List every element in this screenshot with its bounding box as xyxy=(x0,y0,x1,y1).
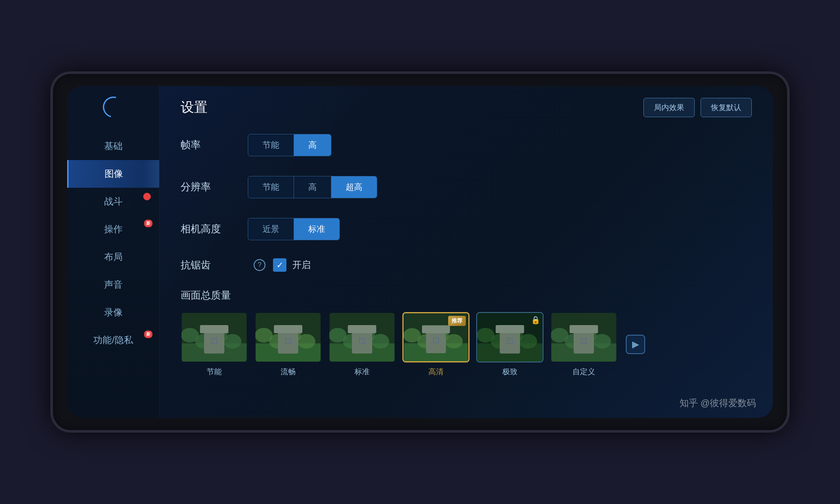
quality-grid: ⊡节能⊡流畅⊡标准⊡推荐高清⊡🔒极致⊡自定义 xyxy=(181,312,617,377)
sidebar-item-功能/隐私[interactable]: 功能/隐私新 xyxy=(67,326,159,354)
svg-rect-43 xyxy=(496,325,524,333)
quality-title: 画面总质量 xyxy=(181,289,752,302)
quality-item-流畅[interactable]: ⊡流畅 xyxy=(255,312,322,377)
svg-text:⊡: ⊡ xyxy=(580,336,588,346)
svg-point-23 xyxy=(371,334,389,349)
aa-checkbox[interactable]: ✓ xyxy=(273,258,286,272)
aa-checkbox-area: ✓ 开启 xyxy=(273,258,311,272)
camera-option-0[interactable]: 近景 xyxy=(248,218,294,240)
svg-point-5 xyxy=(223,334,242,349)
aa-label-group: 抗锯齿 ? xyxy=(181,258,273,272)
quality-name-流畅: 流畅 xyxy=(281,367,296,377)
check-icon: ✓ xyxy=(276,260,284,270)
camera-label: 相机高度 xyxy=(181,222,248,236)
resolution-option-1[interactable]: 高 xyxy=(294,176,331,198)
sidebar-badge-new: 新 xyxy=(144,331,152,338)
page-header: 设置 局内效果 恢复默认 xyxy=(181,98,752,117)
resolution-setting-row: 分辨率 节能 高 超高 xyxy=(181,174,752,200)
main-content: 设置 局内效果 恢复默认 帧率 节能 高 分辨率 节能 高 xyxy=(160,86,773,418)
svg-rect-7 xyxy=(200,325,228,333)
svg-rect-34 xyxy=(422,326,450,333)
quality-name-高清: 高清 xyxy=(428,367,444,377)
quality-thumb-svg: ⊡ xyxy=(255,313,321,362)
quality-thumb-极致: ⊡🔒 xyxy=(476,312,543,362)
svg-text:⊡: ⊡ xyxy=(506,336,514,346)
fps-option-0[interactable]: 节能 xyxy=(248,134,294,156)
quality-row: ⊡节能⊡流畅⊡标准⊡推荐高清⊡🔒极致⊡自定义 ▶ xyxy=(181,312,752,377)
page-title: 设置 xyxy=(181,98,207,117)
svg-point-41 xyxy=(519,334,537,349)
quality-thumb-流畅: ⊡ xyxy=(255,312,322,362)
quality-thumb-标准: ⊡ xyxy=(328,312,396,362)
sidebar-nav: 基础图像战斗操作新布局声音录像功能/隐私新 xyxy=(67,132,159,354)
svg-text:⊡: ⊡ xyxy=(432,335,440,345)
quality-thumb-svg: ⊡ xyxy=(181,313,247,362)
game-logo-icon xyxy=(99,93,127,121)
sidebar-item-声音[interactable]: 声音 xyxy=(67,271,159,299)
camera-option-1[interactable]: 标准 xyxy=(294,218,339,240)
svg-point-14 xyxy=(297,334,315,349)
quality-name-标准: 标准 xyxy=(354,367,370,377)
resolution-option-2[interactable]: 超高 xyxy=(331,176,377,198)
svg-rect-52 xyxy=(570,325,598,333)
svg-text:⊡: ⊡ xyxy=(210,336,218,346)
aa-setting-row: 抗锯齿 ? ✓ 开启 xyxy=(181,258,752,272)
svg-point-32 xyxy=(445,334,463,348)
watermark: 知乎 @彼得爱数码 xyxy=(680,397,756,410)
quality-thumb-svg: ⊡ xyxy=(551,313,617,362)
resolution-label: 分辨率 xyxy=(181,180,248,194)
logo-area xyxy=(101,94,126,120)
sidebar-badge-dot xyxy=(143,193,151,200)
quality-section: 画面总质量 ⊡节能⊡流畅⊡标准⊡推荐高清⊡🔒极致⊡自定义 ▶ xyxy=(181,289,752,377)
quality-item-高清[interactable]: ⊡推荐高清 xyxy=(402,312,470,377)
aa-help-icon[interactable]: ? xyxy=(254,259,265,271)
quality-name-自定义: 自定义 xyxy=(572,367,595,377)
quality-thumb-高清: ⊡推荐 xyxy=(402,312,470,362)
resolution-option-0[interactable]: 节能 xyxy=(248,176,294,198)
sidebar: 基础图像战斗操作新布局声音录像功能/隐私新 xyxy=(67,86,160,418)
quality-thumb-svg: ⊡ xyxy=(329,313,395,362)
quality-item-极致[interactable]: ⊡🔒极致 xyxy=(476,312,543,377)
svg-text:⊡: ⊡ xyxy=(284,336,292,346)
aa-label: 抗锯齿 xyxy=(181,258,248,272)
svg-rect-25 xyxy=(348,325,376,333)
fps-btn-group: 节能 高 xyxy=(248,134,331,156)
phone-screen: 基础图像战斗操作新布局声音录像功能/隐私新 设置 局内效果 恢复默认 帧率 节能… xyxy=(67,86,773,418)
sidebar-item-布局[interactable]: 布局 xyxy=(67,243,159,271)
sidebar-badge-new: 新 xyxy=(144,220,152,227)
recommended-badge: 推荐 xyxy=(448,316,466,326)
quality-thumb-自定义: ⊡ xyxy=(550,312,617,362)
sidebar-item-图像[interactable]: 图像 xyxy=(67,160,159,188)
camera-setting-row: 相机高度 近景 标准 xyxy=(181,216,752,242)
quality-scroll-right-button[interactable]: ▶ xyxy=(626,335,645,354)
sidebar-item-基础[interactable]: 基础 xyxy=(67,132,159,160)
svg-point-50 xyxy=(593,334,611,349)
lock-icon: 🔒 xyxy=(531,315,540,325)
quality-thumb-节能: ⊡ xyxy=(181,312,248,362)
svg-rect-16 xyxy=(274,325,302,333)
fps-setting-row: 帧率 节能 高 xyxy=(181,132,752,158)
quality-item-标准[interactable]: ⊡标准 xyxy=(328,312,396,377)
resolution-btn-group: 节能 高 超高 xyxy=(248,176,377,198)
sidebar-item-操作[interactable]: 操作新 xyxy=(67,215,159,243)
restore-default-button[interactable]: 恢复默认 xyxy=(701,98,752,117)
quality-name-节能: 节能 xyxy=(207,367,222,377)
fps-label: 帧率 xyxy=(181,138,248,152)
fps-option-1[interactable]: 高 xyxy=(294,134,331,156)
quality-name-极致: 极致 xyxy=(502,367,517,377)
phone-device: 基础图像战斗操作新布局声音录像功能/隐私新 设置 局内效果 恢复默认 帧率 节能… xyxy=(50,71,790,433)
header-buttons: 局内效果 恢复默认 xyxy=(643,98,752,117)
sidebar-item-战斗[interactable]: 战斗 xyxy=(67,188,159,215)
quality-item-自定义[interactable]: ⊡自定义 xyxy=(550,312,617,377)
sidebar-item-录像[interactable]: 录像 xyxy=(67,299,159,326)
quality-item-节能[interactable]: ⊡节能 xyxy=(181,312,248,377)
camera-btn-group: 近景 标准 xyxy=(248,218,340,240)
svg-text:⊡: ⊡ xyxy=(358,336,366,346)
aa-checkbox-label: 开启 xyxy=(292,259,311,271)
in-game-effects-button[interactable]: 局内效果 xyxy=(643,98,695,117)
